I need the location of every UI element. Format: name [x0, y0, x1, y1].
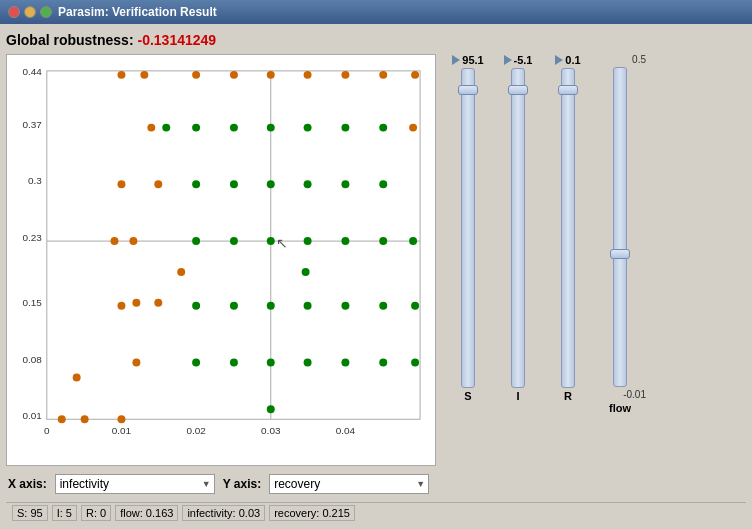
slider-I-value: -5.1: [514, 54, 533, 66]
svg-point-32: [192, 302, 200, 310]
svg-point-30: [140, 71, 148, 79]
svg-point-44: [267, 359, 275, 367]
global-robustness-label: Global robustness:: [6, 32, 137, 48]
svg-point-19: [132, 359, 140, 367]
svg-text:0.02: 0.02: [186, 425, 206, 436]
maximize-button[interactable]: [40, 6, 52, 18]
slider-flow-bottom-tick: -0.01: [598, 389, 646, 400]
status-bar: S: 95 I: 5 R: 0 flow: 0.163 infectivity:…: [6, 502, 746, 523]
global-robustness: Global robustness: -0.13141249: [6, 30, 746, 50]
svg-point-62: [341, 124, 349, 132]
svg-text:0.44: 0.44: [22, 66, 42, 77]
svg-point-59: [341, 302, 349, 310]
svg-point-64: [379, 359, 387, 367]
svg-point-60: [341, 237, 349, 245]
svg-point-28: [162, 124, 170, 132]
svg-point-47: [267, 180, 275, 188]
svg-point-51: [302, 268, 310, 276]
svg-point-27: [147, 124, 155, 132]
svg-text:0.3: 0.3: [28, 175, 42, 186]
status-flow: flow: 0.163: [115, 505, 178, 521]
plot-and-sliders: 0.44 0.37 0.3 0.23 0.15 0.08 0.01 0 0.01: [6, 54, 746, 466]
svg-point-29: [117, 71, 125, 79]
svg-point-50: [267, 405, 275, 413]
slider-flow-thumb[interactable]: [610, 249, 630, 259]
slider-R-header: 0.1: [555, 54, 580, 66]
slider-S-track[interactable]: [461, 68, 475, 388]
slider-R-value: 0.1: [565, 54, 580, 66]
svg-point-49: [267, 71, 275, 79]
svg-point-56: [304, 302, 312, 310]
svg-point-72: [409, 237, 417, 245]
slider-R-thumb[interactable]: [558, 85, 578, 95]
svg-point-41: [230, 124, 238, 132]
svg-text:0.03: 0.03: [261, 425, 281, 436]
slider-R-track[interactable]: [561, 68, 575, 388]
svg-point-26: [154, 180, 162, 188]
slider-S-arrow[interactable]: [452, 55, 460, 65]
slider-R-arrow[interactable]: [555, 55, 563, 65]
svg-text:0.23: 0.23: [22, 232, 42, 243]
svg-point-67: [379, 180, 387, 188]
slider-I-thumb[interactable]: [508, 85, 528, 95]
svg-point-21: [132, 299, 140, 307]
window-title: Parasim: Verification Result: [58, 5, 217, 19]
svg-point-35: [192, 124, 200, 132]
main-content: Global robustness: -0.13141249 0.44 0.37…: [0, 24, 752, 529]
svg-point-46: [267, 237, 275, 245]
svg-point-58: [341, 359, 349, 367]
x-axis-select[interactable]: infectivity recovery S I R flow: [55, 474, 215, 494]
svg-point-68: [379, 124, 387, 132]
status-S: S: 95: [12, 505, 48, 521]
slider-S-thumb[interactable]: [458, 85, 478, 95]
status-R: R: 0: [81, 505, 111, 521]
svg-text:0.01: 0.01: [112, 425, 132, 436]
svg-point-55: [304, 237, 312, 245]
window-controls: [8, 6, 52, 18]
svg-point-57: [304, 359, 312, 367]
scatter-plot[interactable]: 0.44 0.37 0.3 0.23 0.15 0.08 0.01 0 0.01: [7, 55, 435, 465]
minimize-button[interactable]: [24, 6, 36, 18]
svg-point-22: [129, 237, 137, 245]
slider-I-arrow[interactable]: [504, 55, 512, 65]
svg-point-73: [411, 302, 419, 310]
svg-text:0.01: 0.01: [22, 410, 42, 421]
svg-point-34: [192, 180, 200, 188]
slider-flow-group: 0.5 -0.01 flow: [594, 54, 646, 414]
y-axis-select[interactable]: recovery infectivity S I R flow: [269, 474, 429, 494]
plot-container: 0.44 0.37 0.3 0.23 0.15 0.08 0.01 0 0.01: [6, 54, 436, 466]
x-axis-select-wrapper: infectivity recovery S I R flow: [55, 474, 215, 494]
svg-point-17: [117, 415, 125, 423]
y-axis-label: Y axis:: [223, 477, 261, 491]
svg-point-40: [230, 180, 238, 188]
svg-point-15: [58, 415, 66, 423]
svg-point-31: [192, 359, 200, 367]
svg-point-53: [304, 71, 312, 79]
svg-text:↖: ↖: [276, 235, 288, 251]
svg-point-42: [230, 71, 238, 79]
svg-point-16: [81, 415, 89, 423]
svg-point-52: [304, 124, 312, 132]
svg-point-25: [154, 299, 162, 307]
y-axis-select-wrapper: recovery infectivity S I R flow: [269, 474, 429, 494]
slider-I-track[interactable]: [511, 68, 525, 388]
svg-text:0.08: 0.08: [22, 354, 42, 365]
svg-point-37: [230, 359, 238, 367]
svg-point-48: [267, 124, 275, 132]
svg-rect-0: [47, 71, 420, 419]
slider-R-label: R: [564, 390, 572, 402]
svg-point-74: [411, 359, 419, 367]
close-button[interactable]: [8, 6, 20, 18]
svg-point-36: [192, 71, 200, 79]
slider-flow-track[interactable]: [613, 67, 627, 387]
x-axis-label: X axis:: [8, 477, 47, 491]
global-robustness-value: -0.13141249: [137, 32, 216, 48]
svg-point-54: [304, 180, 312, 188]
status-I: I: 5: [52, 505, 77, 521]
svg-point-24: [117, 180, 125, 188]
svg-point-20: [117, 302, 125, 310]
svg-point-63: [341, 71, 349, 79]
slider-S-header: 95.1: [452, 54, 483, 66]
svg-text:0: 0: [44, 425, 50, 436]
svg-point-38: [230, 302, 238, 310]
